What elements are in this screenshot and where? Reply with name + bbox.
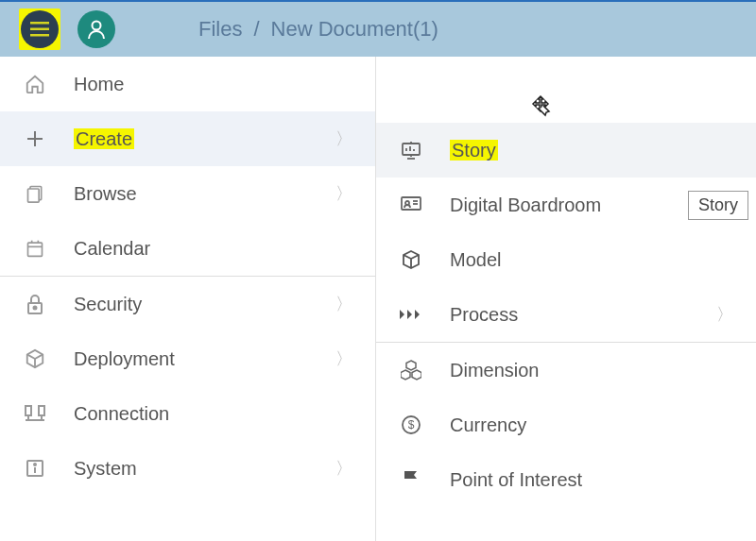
- sidebar-item-create[interactable]: Create 〉: [0, 111, 375, 166]
- cube-icon: [399, 247, 423, 272]
- sidebar-item-label: Browse: [74, 183, 335, 205]
- submenu-item-label: Model: [450, 249, 733, 271]
- sidebar-item-connection[interactable]: Connection: [0, 386, 375, 441]
- breadcrumb-current[interactable]: New Document(1): [271, 17, 438, 42]
- cubes-icon: [399, 358, 423, 382]
- svg-rect-2: [30, 34, 49, 37]
- sidebar-item-label: Calendar: [74, 238, 352, 260]
- sidebar-item-home[interactable]: Home: [0, 57, 375, 111]
- box-icon: [23, 347, 47, 371]
- svg-rect-14: [26, 406, 31, 415]
- chevron-right-icon: 〉: [335, 347, 352, 370]
- sidebar-item-label: Create: [74, 128, 335, 150]
- breadcrumb-root[interactable]: Files: [198, 17, 242, 42]
- sidebar-item-label: Security: [74, 294, 335, 315]
- home-icon: [23, 72, 47, 96]
- hamburger-highlight: [19, 8, 60, 50]
- sidebar-item-calendar[interactable]: Calendar: [0, 221, 375, 276]
- svg-point-13: [34, 307, 37, 310]
- sidebar-item-label: Home: [74, 74, 352, 95]
- process-icon: [399, 302, 423, 327]
- flag-icon: [399, 467, 423, 492]
- submenu-item-process[interactable]: Process 〉: [376, 287, 756, 342]
- hamburger-menu-button[interactable]: [21, 10, 59, 48]
- chevron-right-icon: 〉: [335, 293, 352, 315]
- chevron-right-icon: 〉: [335, 127, 352, 150]
- svg-rect-0: [30, 22, 49, 25]
- submenu-item-currency[interactable]: $ Currency: [376, 397, 756, 452]
- submenu-item-story[interactable]: Story: [376, 123, 756, 178]
- svg-rect-8: [28, 243, 43, 256]
- svg-rect-15: [39, 406, 44, 415]
- chevron-right-icon: 〉: [335, 182, 352, 205]
- svg-text:$: $: [408, 418, 415, 431]
- submenu-item-digital-boardroom[interactable]: Digital Boardroom Story: [376, 178, 756, 232]
- browse-icon: [23, 181, 47, 206]
- lock-icon: [23, 292, 47, 316]
- tooltip: Story: [688, 191, 748, 220]
- screen-icon: [399, 193, 423, 217]
- currency-icon: $: [399, 413, 423, 437]
- submenu-item-label: Currency: [450, 414, 733, 436]
- info-icon: [23, 456, 47, 481]
- svg-rect-22: [403, 144, 420, 155]
- submenu-item-label: Process: [450, 304, 716, 326]
- connection-icon: [23, 401, 47, 426]
- calendar-icon: [23, 236, 47, 261]
- submenu-item-model[interactable]: Model: [376, 232, 756, 287]
- svg-point-3: [93, 22, 101, 30]
- svg-point-21: [34, 464, 36, 465]
- sidebar-item-label: System: [74, 458, 335, 480]
- chevron-right-icon: 〉: [335, 457, 352, 480]
- sidebar: Home Create 〉 Browse 〉 Calendar: [0, 57, 376, 541]
- plus-icon: [23, 127, 47, 151]
- sidebar-item-browse[interactable]: Browse 〉: [0, 166, 375, 221]
- sidebar-item-deployment[interactable]: Deployment 〉: [0, 331, 375, 386]
- chevron-right-icon: 〉: [716, 303, 733, 326]
- sidebar-item-security[interactable]: Security 〉: [0, 277, 375, 331]
- svg-rect-1: [30, 28, 49, 31]
- user-button[interactable]: [77, 10, 115, 48]
- hamburger-icon: [30, 22, 49, 37]
- svg-rect-7: [28, 189, 40, 202]
- submenu-item-label: Dimension: [450, 360, 733, 381]
- sidebar-item-label: Deployment: [74, 348, 335, 370]
- sidebar-item-system[interactable]: System 〉: [0, 441, 375, 496]
- user-icon: [87, 19, 106, 40]
- submenu-panel: Story Digital Boardroom Story Model Proc…: [376, 57, 756, 541]
- main-area: Home Create 〉 Browse 〉 Calendar: [0, 57, 756, 541]
- presentation-icon: [399, 138, 423, 162]
- submenu-item-label: Point of Interest: [450, 469, 733, 491]
- submenu-item-dimension[interactable]: Dimension: [376, 343, 756, 397]
- breadcrumb: Files / New Document(1): [198, 17, 438, 42]
- submenu-item-poi[interactable]: Point of Interest: [376, 452, 756, 507]
- breadcrumb-separator: /: [253, 17, 259, 42]
- submenu-item-label: Story: [450, 140, 733, 161]
- app-header: Files / New Document(1): [0, 0, 756, 57]
- sidebar-item-label: Connection: [74, 403, 352, 425]
